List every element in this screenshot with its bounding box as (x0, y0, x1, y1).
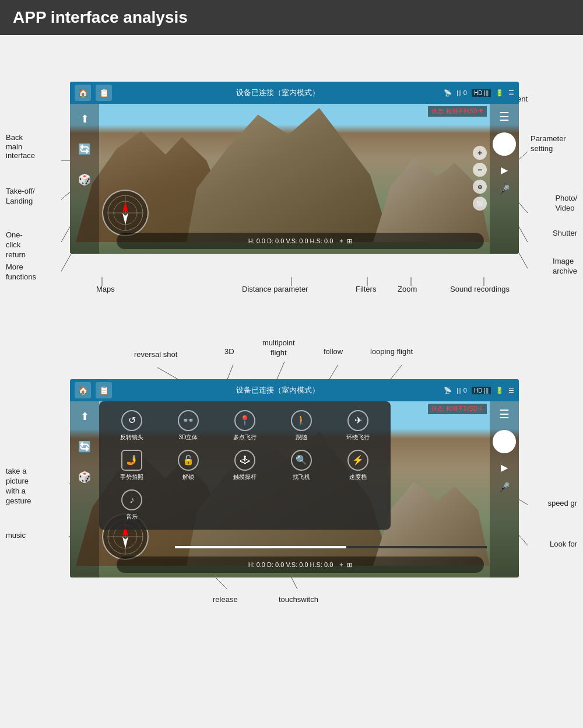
archive-btn-2[interactable]: ▶ (501, 462, 508, 473)
recorder-icon[interactable]: 📋 (96, 85, 112, 101)
menu-unlock[interactable]: 🔓 解锁 (161, 447, 215, 484)
menu-empty-3 (275, 487, 328, 524)
home-icon[interactable]: 🏠 (75, 85, 91, 101)
drone-screen-2: 🏠 📋 设备已连接（室内模式） 📡 ||| 0 HD ||| 🔋 ☰ 伏态: 检… (70, 379, 519, 578)
signal-text-2: ||| 0 (456, 387, 467, 394)
unlock-text: 解锁 (182, 473, 194, 481)
takeoff-btn[interactable]: ⬆ (75, 110, 94, 128)
menu-gesture[interactable]: 🤳 手势拍照 (105, 447, 159, 484)
gesture-icon[interactable]: 🤳 (121, 450, 142, 471)
grid-icon-1[interactable]: ⊞ (347, 237, 352, 245)
image-archive-label: Imagearchive (553, 257, 577, 276)
take-picture-gesture-label: take apicturewith agesture (6, 467, 31, 506)
return-btn[interactable]: 🔄 (75, 140, 94, 159)
svg-line-33 (518, 499, 528, 505)
drone-bottombar-2: H: 0.0 D: 0.0 V.S: 0.0 H.S: 0.0 ✦ ⊞ (117, 556, 484, 573)
speed-text: 速度档 (349, 473, 367, 481)
zoom-in-btn[interactable]: + (473, 146, 487, 160)
return-btn-2[interactable]: 🔄 (75, 438, 94, 456)
menu-reversal[interactable]: ↺ 反转镜头 (105, 407, 159, 444)
hd-badge: HD ||| (472, 89, 491, 97)
takeoff-label: Take-off/Landing (6, 187, 35, 206)
multipoint-label: multipointflight (262, 338, 295, 358)
menu-icon[interactable]: ☰ (508, 89, 514, 97)
svg-line-28 (391, 365, 402, 379)
menu-empty-1 (161, 487, 215, 524)
sound-recordings-label: Sound recordings (450, 285, 510, 295)
touchstick-icon[interactable]: 🕹 (234, 450, 255, 471)
status-text-1: 设备已连接（室内模式） (117, 88, 439, 98)
unlock-icon[interactable]: 🔓 (178, 450, 199, 471)
archive-btn[interactable]: ▶ (501, 164, 508, 176)
maps-label: Maps (96, 285, 115, 295)
more-functions-label: Morefunctions (6, 262, 36, 282)
music-text: 音乐 (126, 513, 138, 521)
recorder-icon-2[interactable]: 📋 (96, 382, 112, 398)
distance-param-text-2: H: 0.0 D: 0.0 V.S: 0.0 H.S: 0.0 (248, 561, 333, 568)
follow-text: 跟随 (296, 433, 307, 442)
hd-badge-2: HD ||| (472, 387, 491, 394)
shutter-label: Shutter (553, 229, 577, 239)
menu-empty-4 (331, 487, 385, 524)
filter-icon-2[interactable]: ✦ (339, 561, 344, 569)
three-d-icon[interactable]: 👓 (178, 410, 199, 431)
zoom-out-btn[interactable]: − (473, 163, 487, 177)
menu-icon-2[interactable]: ☰ (508, 387, 514, 394)
menu-touchstick[interactable]: 🕹 触摸操杆 (218, 447, 272, 484)
filter-icon-1[interactable]: ✦ (339, 237, 344, 245)
gps-icon-2: 📡 (444, 387, 452, 394)
grid-icon-2[interactable]: ⊞ (347, 561, 352, 569)
looping-text: 环绕飞行 (346, 433, 370, 442)
svg-line-24 (157, 368, 178, 379)
compass (102, 190, 149, 236)
svg-line-11 (518, 225, 528, 242)
menu-follow[interactable]: 🚶 跟随 (275, 407, 328, 444)
takeoff-btn-2[interactable]: ⬆ (75, 407, 94, 426)
menu-looping[interactable]: ✈ 环绕飞行 (331, 407, 385, 444)
touchstick-text: 触摸操杆 (233, 473, 257, 481)
three-d-label: 3D (224, 347, 234, 357)
topbar-right-2: 📡 ||| 0 HD ||| 🔋 ☰ (444, 387, 514, 394)
frame-btn[interactable]: ⬜ (473, 197, 487, 211)
home-icon-2[interactable]: 🏠 (75, 382, 91, 398)
speed-icon[interactable]: ⚡ (347, 450, 368, 471)
status-text-2: 设备已连接（室内模式） (117, 385, 439, 396)
reversal-icon[interactable]: ↺ (121, 410, 142, 431)
menu-music[interactable]: ♪ 音乐 (105, 487, 159, 524)
find-icon[interactable]: 🔍 (291, 450, 312, 471)
music-icon[interactable]: ♪ (121, 489, 142, 510)
menu-3d[interactable]: 👓 3D立体 (161, 407, 215, 444)
follow-label: follow (324, 347, 343, 357)
looping-icon[interactable]: ✈ (347, 410, 368, 431)
follow-icon[interactable]: 🚶 (291, 410, 312, 431)
target-btn[interactable]: ⊕ (473, 180, 487, 194)
mic-btn[interactable]: 🎤 (498, 184, 510, 195)
compass-circle (102, 190, 149, 236)
svg-line-27 (329, 365, 338, 379)
filters-label: Filters (356, 285, 376, 295)
menu-speed[interactable]: ⚡ 速度档 (331, 447, 385, 484)
mic-btn-2[interactable]: 🎤 (498, 482, 510, 493)
reversal-text: 反转镜头 (120, 433, 143, 442)
gps-icon: 📡 (444, 89, 452, 97)
svg-line-31 (216, 578, 227, 589)
functions-btn-2[interactable]: 🎲 (75, 468, 94, 487)
speed-gear-label: speed gr (547, 499, 577, 509)
shutter-btn-2[interactable] (493, 430, 516, 453)
multipoint-icon[interactable]: 📍 (234, 410, 255, 431)
touchswitch-label: touchswitch (279, 595, 318, 605)
photo-video-label: Photo/Video (555, 194, 577, 214)
multipoint-text: 多点飞行 (233, 433, 257, 442)
photo-video-btn[interactable]: ☰ (499, 110, 510, 124)
svg-line-9 (61, 251, 73, 271)
svg-line-32 (292, 578, 297, 589)
menu-find[interactable]: 🔍 找飞机 (275, 447, 328, 484)
menu-multipoint[interactable]: 📍 多点飞行 (218, 407, 272, 444)
svg-line-10 (518, 201, 528, 213)
speed-bar (175, 546, 487, 548)
signal-text: ||| 0 (456, 89, 467, 96)
functions-btn[interactable]: 🎲 (75, 170, 94, 189)
photo-video-btn-2[interactable]: ☰ (499, 407, 510, 421)
shutter-btn[interactable] (493, 132, 516, 156)
overlay-menu: ↺ 反转镜头 👓 3D立体 📍 多点飞行 🚶 跟随 (99, 401, 391, 530)
